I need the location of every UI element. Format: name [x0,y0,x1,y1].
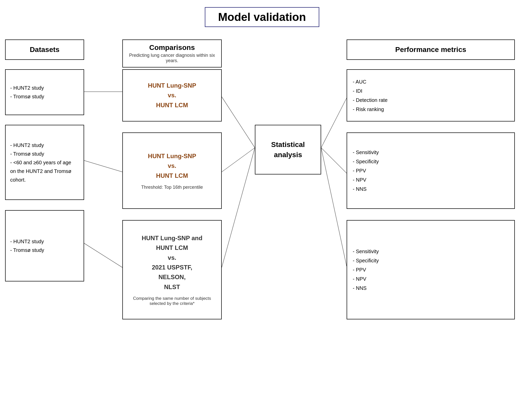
page-container: Model validation [0,0,524,420]
comparison-1-main: HUNT Lung-SNP vs. HUNT LCM [148,81,196,110]
metric3-line3: - PPV [353,265,509,274]
metric1-line3: - Detection rate [353,96,509,105]
comp3-line2: HUNT LCM [142,243,202,253]
comp3-note: Comparing the same number of subjects se… [127,296,217,306]
dataset-item-1: - HUNT2 study - Tromsø study [5,69,84,115]
svg-line-8 [321,148,347,266]
comp3-line3: vs. [142,253,202,263]
comparison-2-main: HUNT Lung-SNP vs. HUNT LCM [148,151,196,181]
comp3-line5: NELSON, [142,272,202,282]
comp2-note: Threshold: Top 16th percentile [141,185,203,190]
metrics-item-2: - Sensitivity - Specificity - PPV - NPV … [347,132,515,209]
dataset-1-line-1: - HUNT2 study [10,84,79,92]
dataset-item-3: - HUNT2 study - Tromsø study [5,210,84,281]
svg-line-3 [222,148,255,172]
dataset-2-line-1: - HUNT2 study [10,141,79,150]
metric1-line1: - AUC [353,77,509,86]
svg-line-6 [321,98,347,148]
dataset-1-line-2: - Tromsø study [10,92,79,101]
metrics-item-1: - AUC - IDI - Detection rate - Risk rank… [347,69,515,121]
dataset-3-line-2: - Tromsø study [10,246,79,254]
comp2-line3: HUNT LCM [148,171,196,181]
svg-line-7 [321,148,347,173]
svg-line-5 [222,148,255,267]
metric2-line1: - Sensitivity [353,148,509,157]
metric1-line4: - Risk ranking [353,105,509,114]
dataset-2-line-5: cohort. [10,175,79,184]
comparison-item-1: HUNT Lung-SNP vs. HUNT LCM [122,69,222,121]
dataset-2-line-3: - <60 and ≥60 years of age [10,158,79,167]
comp1-line3: HUNT LCM [148,100,196,110]
dataset-2-line-4: on the HUNT2 and Tromsø [10,167,79,175]
comparisons-header-label: Comparisons [149,44,195,52]
statistical-analysis-box: Statisticalanalysis [255,125,321,174]
comparisons-header-box: Comparisons Predicting lung cancer diagn… [122,39,222,67]
comp3-line1: HUNT Lung-SNP and [142,233,202,243]
metrics-header-box: Performance metrics [347,39,515,60]
datasets-header-box: Datasets [5,39,84,60]
comparison-item-3: HUNT Lung-SNP and HUNT LCM vs. 2021 USPS… [122,220,222,319]
dataset-2-line-2: - Tromsø study [10,150,79,158]
comp2-line2: vs. [148,161,196,171]
comp3-line4: 2021 USPSTF, [142,263,202,272]
dataset-3-line-1: - HUNT2 study [10,237,79,246]
comparisons-subheader: Predicting lung cancer diagnosis within … [125,53,219,63]
comparison-item-2: HUNT Lung-SNP vs. HUNT LCM Threshold: To… [122,132,222,209]
metric3-line1: - Sensitivity [353,247,509,256]
metric3-line4: - NPV [353,274,509,283]
svg-line-4 [84,243,122,267]
metric2-line2: - Specificity [353,157,509,166]
dataset-item-2: - HUNT2 study - Tromsø study - <60 and ≥… [5,125,84,200]
metric1-line2: - IDI [353,86,509,96]
comp1-line1: HUNT Lung-SNP [148,81,196,90]
page-title: Model validation [218,11,306,23]
metrics-header-label: Performance metrics [395,46,466,54]
comp3-line6: NLST [142,282,202,292]
comparison-3-main: HUNT Lung-SNP and HUNT LCM vs. 2021 USPS… [142,233,202,292]
title-box: Model validation [205,7,319,27]
comp1-line2: vs. [148,90,196,100]
svg-line-1 [222,97,255,148]
metric3-line5: - NNS [353,283,509,293]
metric2-line4: - NPV [353,175,509,184]
datasets-header-label: Datasets [30,46,60,54]
metric2-line3: - PPV [353,166,509,175]
statistical-analysis-label: Statisticalanalysis [271,140,305,159]
metrics-item-3: - Sensitivity - Specificity - PPV - NPV … [347,220,515,319]
metric2-line5: - NNS [353,184,509,194]
metric3-line2: - Specificity [353,256,509,265]
comp2-line1: HUNT Lung-SNP [148,151,196,161]
svg-line-2 [84,160,122,172]
